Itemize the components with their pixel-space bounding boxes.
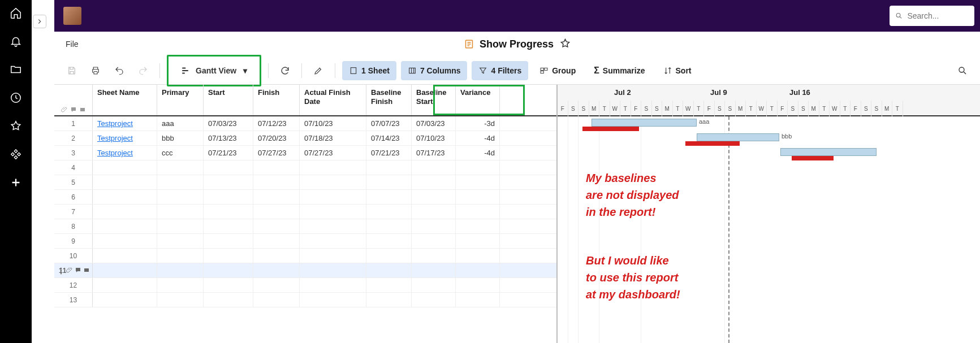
cell[interactable]: [204, 160, 253, 175]
row-number[interactable]: 11 ⋮: [54, 263, 93, 277]
table-row[interactable]: 5: [54, 175, 556, 190]
col-variance[interactable]: Variance: [456, 85, 500, 115]
cell-baseline-start[interactable]: 07/17/23: [412, 146, 456, 160]
table-row[interactable]: 6: [54, 190, 556, 205]
gantt-bar[interactable]: [780, 148, 877, 156]
cell[interactable]: [253, 263, 300, 277]
cell[interactable]: [456, 219, 500, 233]
table-row[interactable]: 8: [54, 219, 556, 234]
table-row[interactable]: 2 Testproject bbb 07/13/23 07/20/23 07/1…: [54, 131, 556, 146]
gantt-body[interactable]: aaabbb: [558, 116, 980, 343]
cell-actual-finish[interactable]: 07/27/23: [300, 146, 366, 160]
star-icon[interactable]: [10, 120, 22, 132]
print-button[interactable]: [86, 61, 105, 80]
cell[interactable]: [253, 278, 300, 292]
cell[interactable]: [204, 219, 253, 233]
cell[interactable]: [157, 263, 204, 277]
row-number[interactable]: 10: [54, 249, 93, 263]
cell-start[interactable]: 07/13/23: [204, 131, 253, 145]
cell[interactable]: [456, 263, 500, 277]
cell[interactable]: [253, 175, 300, 189]
cell-baseline-finish[interactable]: 07/07/23: [366, 116, 412, 131]
row-number[interactable]: 8: [54, 219, 93, 233]
cell-finish[interactable]: 07/12/23: [253, 116, 300, 131]
cell[interactable]: [456, 278, 500, 292]
folder-icon[interactable]: [10, 63, 22, 76]
cell[interactable]: [366, 234, 412, 248]
cell[interactable]: [157, 219, 204, 233]
cell-baseline-start[interactable]: 07/03/23: [412, 116, 456, 131]
avatar[interactable]: [63, 7, 81, 25]
cell[interactable]: [157, 190, 204, 204]
comment-icon[interactable]: [75, 267, 81, 273]
table-row[interactable]: 3 Testproject ccc 07/21/23 07/27/23 07/2…: [54, 146, 556, 160]
cell[interactable]: [366, 263, 412, 277]
cell[interactable]: [300, 175, 366, 189]
cell[interactable]: [204, 263, 253, 277]
cell-sheet-name[interactable]: Testproject: [93, 116, 157, 131]
row-number[interactable]: 9: [54, 234, 93, 248]
cell-baseline-start[interactable]: 07/10/23: [412, 131, 456, 145]
table-row[interactable]: 7: [54, 205, 556, 219]
cell[interactable]: [93, 293, 157, 307]
col-baseline-finish[interactable]: Baseline Finish: [366, 85, 412, 115]
cell[interactable]: [204, 234, 253, 248]
row-number[interactable]: 3: [54, 146, 93, 160]
cell[interactable]: [412, 249, 456, 263]
save-button[interactable]: [62, 61, 81, 80]
cell[interactable]: [412, 205, 456, 219]
sheet-count-button[interactable]: 1 Sheet: [342, 61, 396, 80]
plus-icon[interactable]: [10, 176, 22, 189]
sidebar-toggle-button[interactable]: [33, 15, 46, 28]
row-number[interactable]: 2: [54, 131, 93, 145]
summarize-button[interactable]: Σ Summarize: [587, 61, 651, 80]
cell[interactable]: [93, 190, 157, 204]
cell-primary[interactable]: bbb: [157, 131, 204, 145]
cell[interactable]: [93, 219, 157, 233]
cell-baseline-finish[interactable]: 07/14/23: [366, 131, 412, 145]
table-row[interactable]: 10: [54, 249, 556, 263]
cell[interactable]: [412, 263, 456, 277]
cell[interactable]: [456, 175, 500, 189]
group-button[interactable]: Group: [533, 61, 582, 80]
cell[interactable]: [253, 160, 300, 175]
cell[interactable]: [93, 175, 157, 189]
gantt-bar[interactable]: [592, 119, 697, 127]
cell-actual-finish[interactable]: 07/10/23: [300, 116, 366, 131]
favorite-star-button[interactable]: [559, 38, 571, 51]
proof-icon[interactable]: [83, 267, 90, 273]
cell[interactable]: [157, 205, 204, 219]
cell[interactable]: [412, 219, 456, 233]
table-row[interactable]: 9: [54, 234, 556, 249]
cell[interactable]: [93, 249, 157, 263]
cell[interactable]: [412, 293, 456, 307]
clock-icon[interactable]: [10, 92, 22, 104]
col-actual-finish[interactable]: Actual Finish Date: [300, 85, 366, 115]
file-menu[interactable]: File: [66, 40, 79, 49]
cell[interactable]: [204, 249, 253, 263]
cell[interactable]: [204, 190, 253, 204]
apps-icon[interactable]: [10, 148, 22, 160]
highlight-button[interactable]: [309, 61, 328, 80]
refresh-button[interactable]: [275, 61, 295, 80]
cell[interactable]: [300, 234, 366, 248]
cell[interactable]: [157, 249, 204, 263]
cell-primary[interactable]: aaa: [157, 116, 204, 131]
cell-baseline-finish[interactable]: 07/21/23: [366, 146, 412, 160]
cell[interactable]: [456, 205, 500, 219]
cell[interactable]: [366, 293, 412, 307]
row-number[interactable]: 1: [54, 116, 93, 131]
cell[interactable]: [300, 263, 366, 277]
row-number[interactable]: 13: [54, 293, 93, 307]
cell[interactable]: [253, 234, 300, 248]
cell[interactable]: [366, 190, 412, 204]
cell[interactable]: [157, 160, 204, 175]
cell-actual-finish[interactable]: 07/18/23: [300, 131, 366, 145]
cell[interactable]: [456, 293, 500, 307]
cell[interactable]: [204, 293, 253, 307]
col-start[interactable]: Start: [204, 85, 253, 115]
cell[interactable]: [412, 278, 456, 292]
gantt-view-dropdown[interactable]: Gantt View ▾: [167, 55, 261, 86]
cell[interactable]: [300, 219, 366, 233]
cell[interactable]: [456, 190, 500, 204]
